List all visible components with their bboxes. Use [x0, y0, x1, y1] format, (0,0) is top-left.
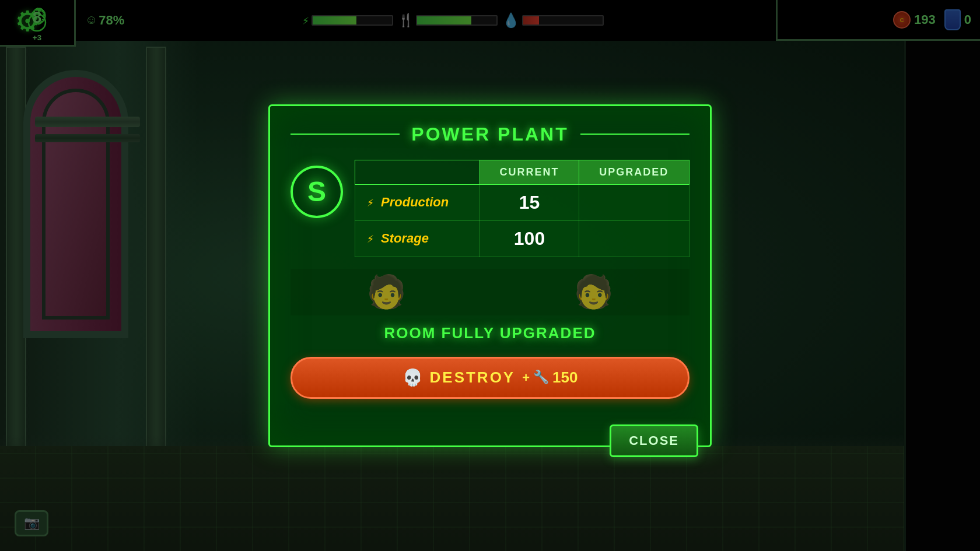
stats-table: CURRENT UPGRADED ⚡ Production 15: [355, 160, 690, 257]
reward-plus-sign: +: [522, 370, 530, 385]
modal-title-line-left: [290, 134, 400, 135]
character-left: 🧑: [366, 273, 407, 313]
close-label: CLOSE: [629, 433, 679, 448]
production-label: Production: [381, 195, 449, 210]
s-badge-label: S: [307, 176, 326, 208]
close-button[interactable]: CLOSE: [610, 424, 698, 457]
modal-title: POWER PLANT: [400, 124, 580, 145]
modal-title-line-right: [580, 134, 690, 135]
storage-label: Storage: [381, 231, 429, 246]
destroy-reward: + 🔧 150: [522, 368, 578, 387]
reward-amount: 150: [552, 368, 578, 387]
upgrade-status-text: ROOM FULLY UPGRADED: [290, 324, 690, 342]
storage-row: ⚡ Storage 100: [355, 220, 690, 257]
room-characters: 🧑 🧑: [290, 269, 690, 315]
storage-bolt-icon: ⚡: [367, 231, 374, 246]
storage-current-value: 100: [492, 228, 566, 250]
modal-overlay: POWER PLANT S CURRENT UPGRADED: [0, 0, 980, 551]
destroy-label: DESTROY: [430, 368, 516, 387]
upgraded-column-header: UPGRADED: [579, 160, 689, 184]
storage-label-cell: ⚡ Storage: [367, 231, 468, 246]
production-label-cell: ⚡ Production: [367, 195, 468, 210]
s-badge: S: [290, 166, 343, 218]
destroy-button[interactable]: 💀 DESTROY + 🔧 150: [290, 357, 690, 399]
reward-icon: 🔧: [533, 370, 549, 385]
modal-title-bar: POWER PLANT: [290, 124, 690, 145]
destroy-icon: 💀: [402, 368, 423, 388]
production-current-value: 15: [492, 192, 566, 213]
current-column-header: CURRENT: [480, 160, 579, 184]
power-plant-modal: POWER PLANT S CURRENT UPGRADED: [268, 104, 712, 447]
stats-empty-header: [355, 160, 480, 184]
production-row: ⚡ Production 15: [355, 184, 690, 220]
character-right: 🧑: [573, 273, 614, 313]
production-bolt-icon: ⚡: [367, 195, 374, 210]
